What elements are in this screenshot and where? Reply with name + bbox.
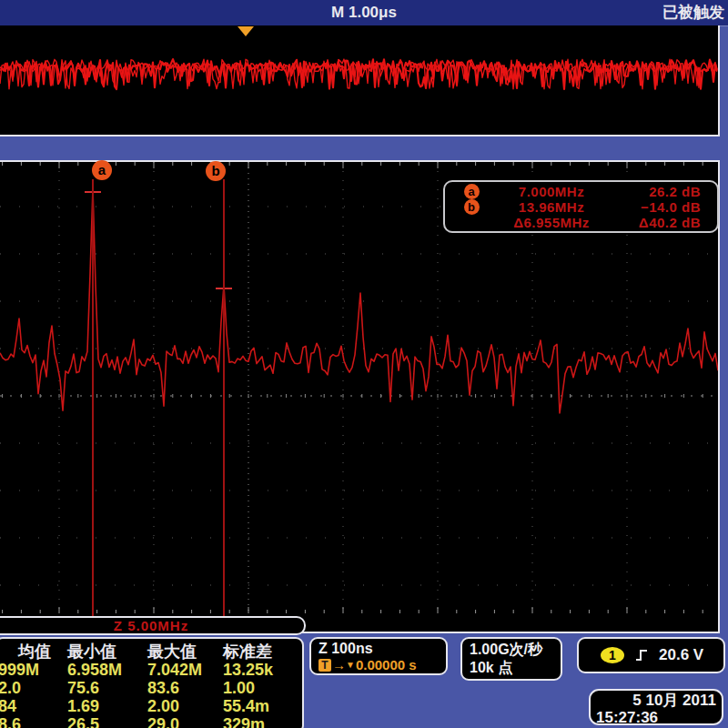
- trigger-position-value: 0.00000 s: [356, 657, 417, 673]
- meas-cell: 1.00: [223, 679, 303, 697]
- time-waveform-trace: [0, 25, 718, 135]
- meas-cell: 75.6: [67, 679, 147, 697]
- trigger-marker-icon: ▼: [346, 657, 355, 673]
- trigger-position-marker-icon[interactable]: [238, 26, 254, 36]
- title-bar: M 1.00μs 已被触发: [0, 0, 728, 26]
- meas-cell: 1.69: [67, 697, 147, 715]
- cursor-b-level: −14.0 dB: [605, 199, 717, 215]
- rising-edge-icon: [635, 648, 648, 662]
- meas-cell: 29.0: [147, 715, 223, 728]
- sample-rate-value: 1.00G次/秒: [470, 641, 561, 659]
- zoom-frequency-label: Z 5.00MHz: [0, 616, 306, 635]
- cursor-delta-frequency: Δ6.955MHz: [498, 215, 605, 230]
- zoom-frequency-text: Z 5.00MHz: [114, 618, 188, 633]
- trigger-position-readout: T → ▼ 0.00000 s: [318, 657, 446, 673]
- record-length-value: 10k 点: [470, 659, 561, 677]
- meas-cell: 84: [0, 697, 67, 715]
- meas-cell: 2.0: [0, 679, 67, 697]
- cursor-delta-level: Δ40.2 dB: [605, 215, 717, 230]
- oscilloscope-screen: M 1.00μs 已被触发 a b a 7.000MHz 26.2 dB b 1…: [0, 0, 728, 728]
- trigger-source-box: 1 20.6 V: [577, 637, 725, 673]
- date-value: 5 10月 2011: [596, 692, 716, 709]
- cursor-a-line[interactable]: [92, 179, 94, 616]
- measurements-box: 均值 最小值 最大值 标准差 999M 6.958M 7.042M 13.25k…: [0, 637, 304, 728]
- arrow-icon: →: [332, 657, 346, 673]
- marker-a-badge[interactable]: a: [92, 160, 112, 180]
- acquisition-box: 1.00G次/秒 10k 点: [460, 637, 562, 681]
- meas-cell: 6.958M: [67, 661, 147, 679]
- time-value: 15:27:36: [596, 709, 716, 726]
- meas-cell: 13.25k: [223, 661, 303, 679]
- zoom-timebase-value: Z 100ns: [318, 641, 446, 657]
- spectrum-panel: a b a 7.000MHz 26.2 dB b 13.96MHz −14.0 …: [0, 160, 720, 633]
- trigger-status-label: 已被触发: [662, 0, 724, 25]
- zoom-timebase-box: Z 100ns T → ▼ 0.00000 s: [309, 637, 448, 675]
- meas-cell: 26.5: [67, 715, 147, 728]
- cursor-readout-box: a 7.000MHz 26.2 dB b 13.96MHz −14.0 dB Δ…: [443, 180, 719, 233]
- trigger-level-value: 20.6 V: [659, 646, 703, 664]
- cursor-a-level: 26.2 dB: [605, 184, 717, 199]
- meas-header-max: 最大值: [147, 642, 223, 661]
- marker-b-icon: b: [464, 199, 480, 215]
- marker-a-icon: a: [464, 184, 480, 199]
- marker-b-badge[interactable]: b: [206, 161, 226, 181]
- datetime-box: 5 10月 2011 15:27:36: [589, 689, 723, 725]
- cursor-readout-row-a: a 7.000MHz 26.2 dB: [445, 184, 717, 199]
- meas-cell: 7.042M: [147, 661, 223, 679]
- meas-cell: 8.6: [0, 715, 67, 728]
- meas-header-stddev: 标准差: [223, 642, 303, 661]
- cursor-b-frequency: 13.96MHz: [498, 199, 605, 215]
- trigger-t-icon: T: [318, 659, 331, 672]
- meas-cell: 55.4m: [223, 697, 303, 715]
- meas-cell: 999M: [0, 661, 67, 679]
- meas-cell: 329m: [223, 715, 303, 728]
- meas-header-min: 最小值: [67, 642, 147, 661]
- meas-header-mean: 均值: [0, 642, 67, 661]
- cursor-readout-row-b: b 13.96MHz −14.0 dB: [445, 199, 717, 215]
- cursor-readout-row-delta: Δ6.955MHz Δ40.2 dB: [445, 215, 717, 230]
- meas-cell: 83.6: [147, 679, 223, 697]
- channel-1-badge[interactable]: 1: [601, 647, 624, 663]
- time-waveform-panel: [0, 25, 720, 136]
- measurements-table: 均值 最小值 最大值 标准差 999M 6.958M 7.042M 13.25k…: [0, 642, 302, 728]
- cursor-a-frequency: 7.000MHz: [498, 184, 605, 199]
- timebase-readout: M 1.00μs: [0, 0, 728, 25]
- delta-spacer: [464, 215, 480, 230]
- meas-cell: 2.00: [147, 697, 223, 715]
- cursor-b-line[interactable]: [223, 179, 225, 616]
